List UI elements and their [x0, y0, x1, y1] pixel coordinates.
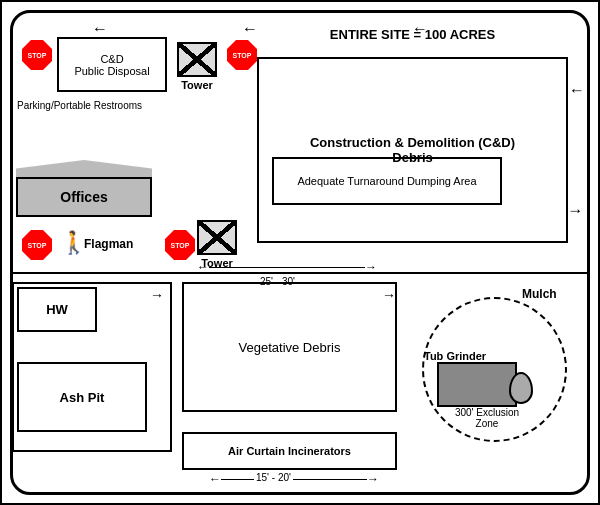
flagman-label: Flagman [84, 237, 133, 251]
air-curtain-box: Air Curtain Incinerators [182, 432, 397, 470]
tower-1-symbol [177, 42, 217, 77]
offices-box: Offices [16, 177, 152, 217]
arrow-left-1: ← [92, 20, 108, 38]
site-map: ← ← ← ↑ ↑ STOP STOP STOP STOP C&DPublic … [0, 0, 600, 505]
veg-debris-label: Vegetative Debris [239, 340, 341, 355]
measurement-15-20: ← → [209, 472, 379, 486]
turnaround-label: Adequate Turnaround Dumping Area [297, 175, 476, 187]
measurement-15-20-label: 15' - 20' [254, 472, 293, 483]
measurement-25-30: ← → [197, 260, 377, 274]
tower-2: Tower [197, 220, 237, 260]
arrow-meas2-right: → [367, 472, 379, 486]
meas2-line [221, 479, 367, 480]
ash-pit-label: Ash Pit [60, 390, 105, 405]
site-size-label: ENTIRE SITE = 100 ACRES [257, 27, 568, 42]
cd-debris-box: Construction & Demolition (C&D)Debris [257, 57, 568, 243]
stop-sign-4: STOP [165, 230, 195, 260]
arrow-meas2-left: ← [209, 472, 221, 486]
turnaround-box: Adequate Turnaround Dumping Area [272, 157, 502, 205]
flagman-icon: 🚶 [60, 230, 87, 256]
cd-disposal-box: C&DPublic Disposal [57, 37, 167, 92]
arrow-meas-left: ← [197, 260, 209, 274]
veg-debris-box: Vegetative Debris [182, 282, 397, 412]
arrow-up-right: ↑ [567, 207, 585, 215]
ash-pit-box: Ash Pit [17, 362, 147, 432]
cd-disposal-label: C&DPublic Disposal [74, 53, 149, 77]
tower-2-symbol [197, 220, 237, 255]
parking-label: Parking/Portable Restrooms [17, 100, 142, 111]
air-curtain-label: Air Curtain Incinerators [228, 445, 351, 457]
hw-label: HW [46, 302, 68, 317]
exclusion-zone-label: 300' ExclusionZone [432, 407, 542, 429]
tub-grinder-label: Tub Grinder [424, 350, 486, 362]
arrow-left-2: ← [242, 20, 258, 38]
tower-1-label: Tower [177, 79, 217, 91]
hw-box: HW [17, 287, 97, 332]
mulch-label: Mulch [522, 287, 557, 301]
arrow-right-side: ↑ [567, 87, 585, 95]
arrow-meas-right: → [365, 260, 377, 274]
stop-sign-3: STOP [22, 230, 52, 260]
stop-sign-1: STOP [22, 40, 52, 70]
offices-label: Offices [60, 189, 107, 205]
tub-grinder-machine [437, 362, 517, 407]
tower-1: Tower [177, 42, 217, 82]
meas-line [209, 267, 365, 268]
exclusion-zone-text: 300' ExclusionZone [455, 407, 519, 429]
stop-sign-2: STOP [227, 40, 257, 70]
